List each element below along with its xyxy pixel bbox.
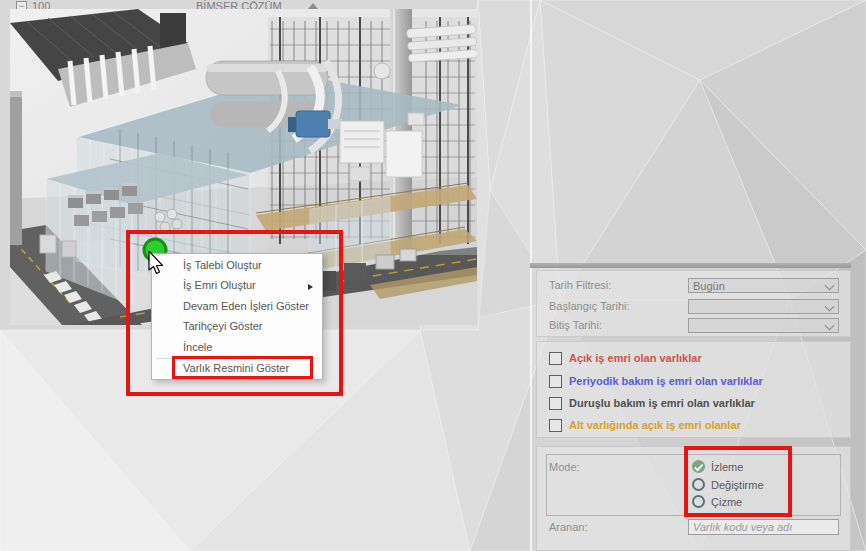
asset-filter-checkboxes-panel: Açık iş emri olan varlıklar Periyodik ba… [536,341,851,438]
menu-item-tarihceyi-goster[interactable]: Tarihçeyi Göster [152,318,322,335]
date-filter-value: Bugün [693,280,725,292]
white-pipes [407,24,477,62]
start-date-label: Başlangıç Tarihi: [549,300,630,312]
menu-item-devam-eden-isleri-goster[interactable]: Devam Eden İşleri Göster [152,298,322,315]
chevron-down-icon [825,281,835,291]
chevron-down-icon [825,321,835,331]
search-label: Aranan: [549,521,588,533]
annotation-rectangle-menu-item [172,356,313,379]
checkbox-label[interactable]: Alt varlığında açık iş emri olanlar [569,419,741,432]
spherical-tank [374,63,390,79]
date-filter-label: Tarih Filtresi: [549,279,611,291]
search-input[interactable] [688,519,839,535]
left-wall-cap [10,91,22,97]
menu-item-incele[interactable]: İncele [152,339,322,356]
checkbox-open-workorders[interactable] [549,352,562,365]
date-filter-select[interactable]: Bugün [688,278,839,293]
end-date-select[interactable] [688,318,839,333]
mode-label: Mode: [549,461,580,473]
checkbox-label[interactable]: Duruşlu bakım iş emri olan varlıklar [569,397,755,410]
menu-item-is-emri-olustur[interactable]: İş Emri Oluştur [152,277,322,294]
app-window: { "tree": { "rows": [ {"code": "100", "n… [0,0,866,551]
menu-item-label: İş Emri Oluştur [183,279,256,291]
chevron-down-icon [825,302,835,312]
checkbox-shutdown-maintenance[interactable] [549,397,562,410]
cursor-icon [147,251,167,277]
checkbox-label[interactable]: Periyodik bakım iş emri olan varlıklar [569,375,763,388]
checkbox-label[interactable]: Açık iş emri olan varlıklar [569,352,702,365]
submenu-arrow-icon [308,284,313,290]
checkbox-periodic-maintenance[interactable] [549,375,562,388]
panel-separator-line [530,0,532,551]
end-date-label: Bitiş Tarihi: [549,319,602,331]
left-wall [10,95,22,245]
menu-item-is-talebi-olustur[interactable]: İş Talebi Oluştur [152,257,322,274]
panel-divider [530,263,851,268]
start-date-select[interactable] [688,299,839,314]
annotation-rectangle-mode [684,446,792,517]
checkbox-subasset-open-workorders[interactable] [549,419,562,432]
date-filters-panel: Tarih Filtresi: Bugün Başlangıç Tarihi: … [536,270,851,337]
